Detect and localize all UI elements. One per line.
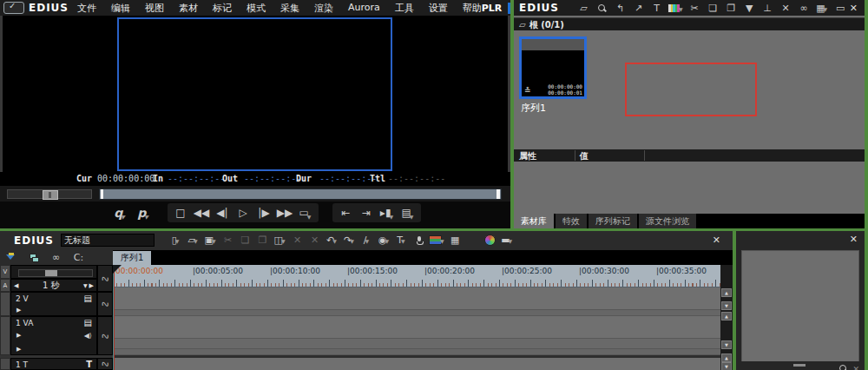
export-icon[interactable]: ↗ [631,2,646,15]
track-row-1t[interactable] [113,358,720,370]
colorbars-clip-icon[interactable]: ▼ [667,2,684,15]
track-header-1va[interactable]: 1 VA ▤ ▶ ◀⟩ ▶ [10,316,97,355]
goto-in-button[interactable]: ⇤ [335,203,356,222]
copy-icon[interactable]: ❏ [706,2,720,15]
menu-item[interactable]: 设置 [429,2,448,15]
track-select-strip-1t[interactable] [0,358,10,370]
plr-button[interactable]: PLR [482,3,503,14]
playhead-line[interactable] [114,265,115,370]
search-icon[interactable] [839,365,847,370]
menu-item[interactable]: 模式 [247,2,266,15]
play-button[interactable]: ▷ [233,203,253,222]
aux-close-button[interactable]: ✕ [850,234,858,245]
bin-folder-header[interactable]: ▱ 根 (0/1) [514,17,865,31]
dropdown-arrow-icon[interactable]: ▼ [385,238,390,244]
play-around-cursor-button[interactable]: ▸▮▼ [377,203,398,222]
shuttle-handle[interactable] [43,190,58,200]
timeline-ruler[interactable]: 00:00:00:00|00:00:05:00|00:00:10:00|00:0… [113,265,720,287]
video-mute-button[interactable]: V [0,265,10,279]
dropdown-arrow-icon[interactable]: ▼ [440,238,444,244]
panel-splitter[interactable] [510,0,514,228]
timescale-selector[interactable]: ◀ 1 秒 ▼ ▶ [10,279,97,292]
timeline-tracks-area[interactable]: 00:00:00:00|00:00:05:00|00:00:10:00|00:0… [113,265,720,370]
track-subrow-2v[interactable] [113,310,720,316]
expand-track-icon[interactable]: ▶ [16,307,21,314]
audio-mute-button[interactable]: A [0,279,10,292]
mark-out-flag-button[interactable]: p▼ [133,203,154,222]
vectorscope-icon[interactable] [483,234,497,247]
close-icon[interactable]: ✕ [852,365,859,370]
previous-frame-button[interactable]: ◀| [212,203,233,222]
dropdown-arrow-icon[interactable]: ▼ [144,214,148,220]
paste-icon[interactable]: ❐ [255,234,270,247]
dropdown-arrow-icon[interactable]: ▼ [365,238,370,244]
dropdown-arrow-icon[interactable]: ▼ [401,238,405,244]
track-header-2v[interactable]: 2 V ▤ ▶ [10,292,97,316]
track-select-strip-1va[interactable] [0,316,10,355]
menu-item[interactable]: 帮助 [463,2,482,15]
menu-item[interactable]: 编辑 [111,2,130,15]
insert-overwrite-icon[interactable] [26,251,41,264]
ripple-mode-icon[interactable] [3,251,18,264]
paste-icon[interactable]: ❐ [724,2,739,15]
track-row-2v[interactable] [113,287,720,310]
dropdown-arrow-icon[interactable]: ▼ [350,238,354,244]
dropdown-arrow-icon[interactable]: ▼ [212,238,216,244]
position-marker[interactable] [101,189,103,199]
scroll-down-button[interactable]: ▼ [721,301,732,310]
timeline-close-button[interactable]: ✕ [713,235,733,246]
mark-in-flag-button[interactable]: q▼ [109,203,130,222]
export-frame-button[interactable]: ▤▼ [398,203,418,222]
next-frame-button[interactable]: |▶ [253,203,274,222]
sync-lock-icon[interactable]: ∞ [49,251,63,264]
menu-item[interactable]: 视图 [145,2,164,15]
view-mode-icon[interactable]: ▦▼ [815,2,830,15]
patch-1t-icon[interactable]: ∿ [97,358,113,370]
scale-dropdown-icon[interactable]: ▼ [83,282,88,288]
up-folder-icon[interactable]: ↰ [613,2,628,15]
expand-track-icon[interactable]: ▶ [16,346,21,353]
dropdown-arrow-icon[interactable]: ▼ [175,238,180,244]
cut-icon[interactable]: ✂ [687,2,702,15]
dropdown-arrow-icon[interactable]: ▼ [332,238,337,244]
dropdown-arrow-icon[interactable]: ▼ [307,214,312,220]
panel-splitter[interactable] [733,231,736,370]
sequence-clip-thumbnail[interactable]: ≛ 00:00:00:00 00:00:00:01 [519,36,587,99]
trim-mode-icon[interactable]: ◉▼ [377,234,391,247]
dropdown-arrow-icon[interactable]: ▼ [410,214,414,220]
track-header-1t[interactable]: 1 T T [10,358,97,370]
add-transition-icon[interactable]: ◫▼ [273,234,287,247]
title-icon[interactable]: T▼ [394,234,409,247]
loop-monitor-button[interactable]: ▭▼ [295,203,316,222]
scroll-down-button[interactable]: ▼ [721,362,732,370]
sequence-tab[interactable]: 序列1 [113,251,151,265]
patch-master-icon[interactable]: ∿ [97,265,113,292]
rewind-button[interactable]: ◀◀ [191,203,212,222]
track-audiorow-1va[interactable] [113,339,720,349]
audio-mixer-icon[interactable] [465,234,480,247]
panel-splitter[interactable] [0,228,868,231]
track-row-1va[interactable] [113,316,720,339]
dropdown-arrow-icon[interactable]: ▼ [194,238,198,244]
dropdown-arrow-icon[interactable]: ▼ [121,214,125,220]
goto-out-button[interactable]: ⇥ [356,203,377,222]
menu-item[interactable]: 文件 [77,2,96,15]
layout-icon[interactable]: ▬▼ [500,234,515,247]
track-subrow-1va[interactable] [113,349,720,355]
patch-2v-icon[interactable]: ∿ [97,292,113,316]
menu-item[interactable]: 采集 [280,2,299,15]
title-clip-icon[interactable]: T [649,2,664,15]
toolbox-icon[interactable]: ▭ [833,2,848,15]
scroll-down-button[interactable]: ▼ [721,340,732,349]
razor-icon[interactable]: ∕▼ [359,234,374,247]
position-bar[interactable] [99,188,502,200]
delete-icon[interactable]: ✕ [779,2,793,15]
menu-item[interactable]: Aurora [348,2,380,15]
patch-1va-icon[interactable]: ∿ [97,316,113,355]
clip-marker-icon[interactable]: C: [71,251,86,264]
stop-button[interactable]: □ [170,203,191,222]
track-height-slider[interactable] [10,265,97,279]
slider-handle[interactable] [45,270,57,276]
dropdown-arrow-icon[interactable]: ▼ [679,6,683,12]
new-folder-icon[interactable]: ▱ [576,2,591,15]
